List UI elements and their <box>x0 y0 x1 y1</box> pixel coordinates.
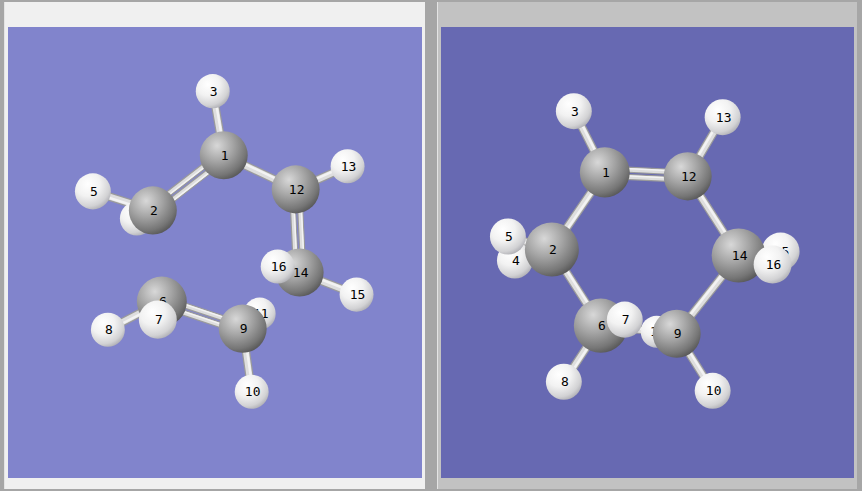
atom-H8[interactable]: 8 <box>545 364 581 400</box>
hydrogen-atom-sphere[interactable] <box>91 313 125 347</box>
gaussview-workspace: 1. Title Card Required 31345211214161561… <box>0 0 862 491</box>
atom-C1[interactable]: 1 <box>200 131 248 179</box>
atom-C9[interactable]: 9 <box>652 310 700 358</box>
hydrogen-atom-sphere[interactable] <box>139 301 177 339</box>
hydrogen-atom-sphere[interactable] <box>261 249 295 283</box>
hydrogen-atom-sphere[interactable] <box>753 245 791 283</box>
window-titlebar-1[interactable]: 1. Title Card Required <box>8 5 422 27</box>
atom-C12[interactable]: 12 <box>663 152 711 200</box>
hydrogen-atom-sphere[interactable] <box>606 302 642 338</box>
carbon-atom-sphere[interactable] <box>652 310 700 358</box>
atom-H15[interactable]: 15 <box>340 278 374 312</box>
carbon-atom-sphere[interactable] <box>272 165 320 213</box>
atom-H7[interactable]: 7 <box>606 302 642 338</box>
hydrogen-atom-sphere[interactable] <box>75 173 111 209</box>
molecule-window-2: 2. Title Card Required 15313112452141661… <box>438 2 858 489</box>
atom-H3[interactable]: 3 <box>196 74 230 108</box>
window-titlebar-2[interactable]: 2. Title Card Required <box>441 5 855 27</box>
carbon-atom-sphere[interactable] <box>663 152 711 200</box>
carbon-atom-sphere[interactable] <box>219 305 267 353</box>
atom-H8[interactable]: 8 <box>91 313 125 347</box>
hydrogen-atom-sphere[interactable] <box>704 99 740 135</box>
atom-H10[interactable]: 10 <box>694 373 730 409</box>
hydrogen-atom-sphere[interactable] <box>555 93 591 129</box>
atom-H3[interactable]: 3 <box>555 93 591 129</box>
atom-C2[interactable]: 2 <box>129 186 177 234</box>
atom-H16[interactable]: 16 <box>753 245 791 283</box>
hydrogen-atom-sphere[interactable] <box>545 364 581 400</box>
carbon-atom-sphere[interactable] <box>200 131 248 179</box>
hydrogen-atom-sphere[interactable] <box>694 373 730 409</box>
molecule-window-1: 1. Title Card Required 31345211214161561… <box>5 2 425 489</box>
hydrogen-atom-sphere[interactable] <box>235 375 269 409</box>
hydrogen-atom-sphere[interactable] <box>340 278 374 312</box>
hydrogen-atom-sphere[interactable] <box>196 74 230 108</box>
atom-H5[interactable]: 5 <box>75 173 111 209</box>
hydrogen-atom-sphere[interactable] <box>331 149 365 183</box>
carbon-atom-sphere[interactable] <box>129 186 177 234</box>
carbon-atom-sphere[interactable] <box>579 147 629 197</box>
atom-H13[interactable]: 13 <box>331 149 365 183</box>
atom-C1[interactable]: 1 <box>579 147 629 197</box>
carbon-atom-sphere[interactable] <box>524 222 578 276</box>
molecule-viewport-1[interactable]: 31345211214161561178910 <box>8 27 422 478</box>
atom-H5[interactable]: 5 <box>489 218 525 254</box>
atom-C2[interactable]: 2 <box>524 222 578 276</box>
molecule-viewport-2[interactable]: 15313112452141661179810 <box>441 27 855 478</box>
atom-H10[interactable]: 10 <box>235 375 269 409</box>
atom-C9[interactable]: 9 <box>219 305 267 353</box>
atom-C12[interactable]: 12 <box>272 165 320 213</box>
atom-H13[interactable]: 13 <box>704 99 740 135</box>
molecule-canvas-1[interactable]: 31345211214161561178910 <box>8 27 422 478</box>
hydrogen-atom-sphere[interactable] <box>489 218 525 254</box>
molecule-canvas-2[interactable]: 15313112452141661179810 <box>441 27 855 478</box>
atom-H16[interactable]: 16 <box>261 249 295 283</box>
atom-H7[interactable]: 7 <box>139 301 177 339</box>
